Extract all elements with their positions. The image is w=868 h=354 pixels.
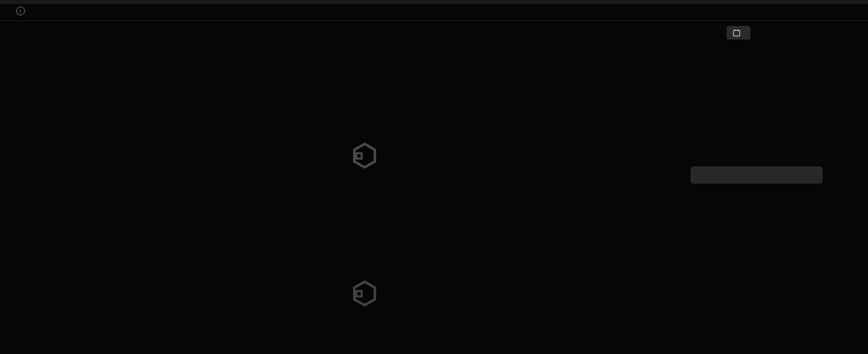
info-icon[interactable]: i [16,7,25,15]
calendar-icon [733,29,740,37]
title-row: i [12,7,25,15]
chart-panel: i [0,0,868,354]
chart-tooltip [691,166,823,184]
date-range-button[interactable] [727,26,751,40]
